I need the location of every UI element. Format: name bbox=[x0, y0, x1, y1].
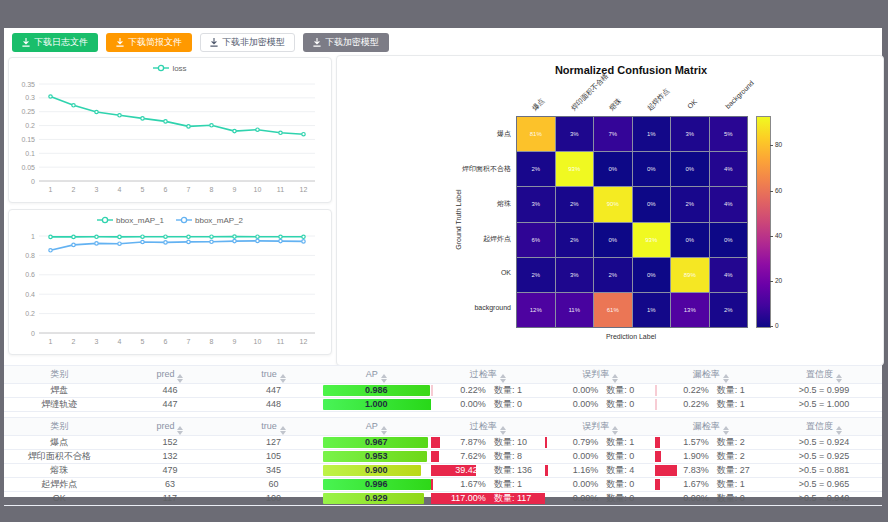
cell-confidence: >0.5 = 0.999 bbox=[766, 384, 882, 398]
cm-cell-4-0: 2% bbox=[517, 258, 555, 292]
rate-value: 0.00% bbox=[545, 398, 598, 411]
button-label: 下载简报文件 bbox=[128, 36, 182, 49]
sort-caret[interactable] bbox=[836, 426, 842, 435]
rate-value: 0.22% bbox=[431, 384, 486, 397]
cell-category: 焊盘 bbox=[4, 384, 115, 398]
rate-value: 0.22% bbox=[655, 384, 708, 397]
rate-count: 数量: 1 bbox=[598, 436, 655, 449]
column-header-AP[interactable]: AP bbox=[322, 418, 431, 436]
metrics-tables: 类别predtrueAP过检率误判率漏检率置信度焊盘4464470.9860.2… bbox=[4, 365, 882, 506]
column-header-误判率[interactable]: 误判率 bbox=[545, 418, 656, 436]
colorbar-tick-label: 40 bbox=[775, 232, 782, 239]
sort-caret[interactable] bbox=[612, 374, 618, 383]
legend-item-bbox_mAP_1[interactable]: bbox_mAP_1 bbox=[97, 216, 164, 225]
cm-cell-5-3: 1% bbox=[633, 293, 671, 327]
svg-text:2: 2 bbox=[72, 338, 76, 345]
legend-item-bbox_mAP_2[interactable]: bbox_mAP_2 bbox=[176, 216, 243, 225]
sort-caret[interactable] bbox=[500, 426, 506, 435]
sort-caret[interactable] bbox=[612, 426, 618, 435]
cell-over-rate: 1.67%数量: 1 bbox=[431, 478, 545, 492]
sort-caret[interactable] bbox=[280, 426, 286, 435]
cm-cell-0-2: 7% bbox=[594, 117, 632, 151]
cell-true: 447 bbox=[225, 384, 322, 398]
rate-count: 数量: 0 bbox=[709, 492, 766, 505]
sort-caret[interactable] bbox=[836, 374, 842, 383]
sort-caret[interactable] bbox=[500, 374, 506, 383]
column-header-置信度[interactable]: 置信度 bbox=[766, 366, 882, 384]
column-header-true[interactable]: true bbox=[225, 418, 322, 436]
svg-text:0.35: 0.35 bbox=[21, 81, 35, 88]
cell-misjudge-rate: 0.79%数量: 1 bbox=[545, 436, 656, 450]
svg-text:0.2: 0.2 bbox=[25, 122, 35, 129]
cell-miss-rate: 0.22%数量: 1 bbox=[655, 384, 766, 398]
cell-pred: 446 bbox=[115, 384, 226, 398]
cell-pred: 63 bbox=[115, 478, 226, 492]
column-header-置信度[interactable]: 置信度 bbox=[766, 418, 882, 436]
loss-chart-legend[interactable]: loss bbox=[9, 58, 331, 78]
column-header-过检率[interactable]: 过检率 bbox=[431, 418, 545, 436]
cm-cell-5-2: 61% bbox=[594, 293, 632, 327]
ap-value: 0.996 bbox=[323, 478, 430, 491]
cm-cell-2-3: 0% bbox=[633, 187, 671, 221]
sort-caret[interactable] bbox=[177, 374, 183, 383]
column-label: true bbox=[261, 421, 277, 431]
map-chart-legend[interactable]: bbox_mAP_1bbox_mAP_2 bbox=[9, 210, 331, 230]
cm-cell-0-0: 81% bbox=[517, 117, 555, 151]
column-label: true bbox=[261, 369, 277, 379]
rate-value: 1.67% bbox=[431, 478, 486, 491]
sort-caret[interactable] bbox=[723, 426, 729, 435]
legend-label: bbox_mAP_1 bbox=[116, 216, 164, 225]
ap-value: 0.900 bbox=[323, 464, 430, 477]
colorbar-tick-label: 0 bbox=[775, 322, 779, 329]
svg-text:0: 0 bbox=[31, 178, 35, 185]
svg-text:9: 9 bbox=[233, 338, 237, 345]
cell-confidence: >0.5 = 1.000 bbox=[766, 398, 882, 412]
download-log-button[interactable]: 下载日志文件 bbox=[12, 33, 98, 52]
sort-caret[interactable] bbox=[381, 374, 387, 383]
column-header-误判率[interactable]: 误判率 bbox=[545, 366, 656, 384]
sort-caret[interactable] bbox=[381, 426, 387, 435]
column-header-漏检率[interactable]: 漏检率 bbox=[655, 366, 766, 384]
column-label: AP bbox=[366, 421, 378, 431]
sort-caret[interactable] bbox=[177, 426, 183, 435]
table-row: 焊印面积不合格1321050.9537.62%数量: 80.00%数量: 01.… bbox=[4, 450, 882, 464]
column-header-pred[interactable]: pred bbox=[115, 366, 226, 384]
cell-pred: 479 bbox=[115, 464, 226, 478]
svg-text:3: 3 bbox=[95, 338, 99, 345]
column-header-true[interactable]: true bbox=[225, 366, 322, 384]
sort-caret[interactable] bbox=[723, 374, 729, 383]
download-encrypted-model-button[interactable]: 下载加密模型 bbox=[303, 33, 389, 52]
cell-category: 熔珠 bbox=[4, 464, 115, 478]
sort-caret[interactable] bbox=[280, 374, 286, 383]
cm-cell-0-3: 1% bbox=[633, 117, 671, 151]
table-row: 焊盘4464470.9860.22%数量: 10.00%数量: 00.22%数量… bbox=[4, 384, 882, 398]
cell-over-rate: 0.00%数量: 0 bbox=[431, 398, 545, 412]
rate-count: 数量: 0 bbox=[486, 398, 545, 411]
cm-cell-4-3: 0% bbox=[633, 258, 671, 292]
download-report-button[interactable]: 下载简报文件 bbox=[106, 33, 192, 52]
cell-miss-rate: 1.90%数量: 2 bbox=[655, 450, 766, 464]
svg-text:8: 8 bbox=[210, 338, 214, 345]
download-unencrypted-model-button[interactable]: 下载非加密模型 bbox=[200, 33, 295, 52]
button-label: 下载日志文件 bbox=[34, 36, 88, 49]
svg-text:12: 12 bbox=[300, 186, 308, 193]
cm-col-label: 爆点 bbox=[530, 96, 547, 113]
column-label: 过检率 bbox=[470, 369, 497, 379]
column-header-pred[interactable]: pred bbox=[115, 418, 226, 436]
svg-text:12: 12 bbox=[300, 338, 308, 345]
download-icon bbox=[22, 38, 30, 47]
column-header-漏检率[interactable]: 漏检率 bbox=[655, 418, 766, 436]
colorbar-tickmark bbox=[770, 191, 773, 192]
svg-text:5: 5 bbox=[141, 186, 145, 193]
cm-col-label: 熔珠 bbox=[607, 96, 624, 113]
svg-text:7: 7 bbox=[187, 186, 191, 193]
legend-item-loss[interactable]: loss bbox=[153, 64, 186, 73]
cm-cell-1-2: 0% bbox=[594, 152, 632, 186]
svg-text:4: 4 bbox=[118, 338, 122, 345]
cell-true: 127 bbox=[225, 436, 322, 450]
ap-value: 0.953 bbox=[323, 450, 430, 463]
column-header-过检率[interactable]: 过检率 bbox=[431, 366, 545, 384]
column-header-AP[interactable]: AP bbox=[322, 366, 431, 384]
cm-cell-1-1: 93% bbox=[556, 152, 594, 186]
cm-row-label: OK bbox=[377, 269, 511, 276]
